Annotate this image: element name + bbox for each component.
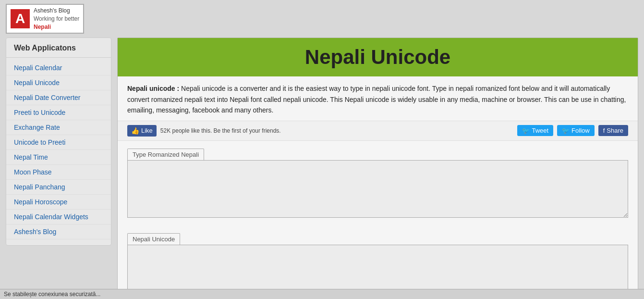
twitter-follow-button[interactable]: 🐦 Follow [557,125,595,136]
logo-letter-icon: A [11,9,30,28]
status-text: Se stabilește conexiunea securizată... [4,291,100,298]
sidebar-link-nepali-calendar-widgets[interactable]: Nepali Calendar Widgets [14,213,88,221]
output-label-box: Nepali Unicode [127,233,180,245]
logo-box[interactable]: A Ashesh's Blog Working for better Nepal… [6,4,84,34]
romanized-nepali-input[interactable] [127,160,628,218]
input-section: Type Romanized Nepali [118,141,638,225]
sidebar-item-nepali-date-converter[interactable]: Nepali Date Converter [6,90,111,105]
tweet-label: Tweet [532,127,548,134]
logo-subtitle: Working for better [34,15,79,23]
social-bar: 👍 Like 52K people like this. Be the firs… [118,121,638,141]
header: A Ashesh's Blog Working for better Nepal… [0,0,644,37]
page-title: Nepali Unicode [127,46,628,69]
sidebar-link-nepal-time[interactable]: Nepal Time [14,153,48,161]
content-area: Nepali Unicode Nepali unicode : Nepali u… [117,37,638,299]
facebook-icon: f [603,127,605,134]
sidebar-title: Web Applicatons [6,44,111,58]
input-label-box: Type Romanized Nepali [127,149,204,160]
page-description: Nepali unicode : Nepali unicode is a con… [118,76,638,121]
logo-title: Ashesh's Blog [34,7,79,15]
main-layout: Web Applicatons Nepali Calendar Nepali U… [0,37,644,299]
output-section: Nepali Unicode [118,225,638,299]
follow-label: Follow [571,127,590,134]
sidebar-link-nepali-date-converter[interactable]: Nepali Date Converter [14,94,81,101]
sidebar-link-nepali-calendar[interactable]: Nepali Calendar [14,64,62,72]
twitter-tweet-button[interactable]: 🐦 Tweet [517,125,553,136]
status-bar: Se stabilește conexiunea securizată... [0,289,644,299]
sidebar-link-nepali-horoscope[interactable]: Nepali Horoscope [14,198,67,206]
sidebar-item-preeti-to-unicode[interactable]: Preeti to Unicode [6,105,111,120]
sidebar-link-exchange-rate[interactable]: Exchange Rate [14,124,60,131]
description-bold: Nepali unicode : [127,85,179,92]
sidebar-link-nepali-panchang[interactable]: Nepali Panchang [14,183,65,191]
sidebar-item-moon-phase[interactable]: Moon Phase [6,165,111,180]
sidebar-item-nepali-unicode[interactable]: Nepali Unicode [6,75,111,90]
sidebar-item-nepali-panchang[interactable]: Nepali Panchang [6,180,111,195]
sidebar-link-nepali-unicode[interactable]: Nepali Unicode [14,79,60,87]
sidebar-item-nepali-horoscope[interactable]: Nepali Horoscope [6,195,111,210]
facebook-share-button[interactable]: f Share [598,125,628,136]
thumbs-up-icon: 👍 [131,127,139,135]
sidebar-item-exchange-rate[interactable]: Exchange Rate [6,120,111,135]
logo-text: Ashesh's Blog Working for better Nepali [34,7,79,31]
logo-nepali: Nepali [34,23,79,31]
sidebar: Web Applicatons Nepali Calendar Nepali U… [6,37,111,246]
output-label: Nepali Unicode [133,236,175,243]
sidebar-link-moon-phase[interactable]: Moon Phase [14,168,52,176]
sidebar-item-unicode-to-preeti[interactable]: Unicode to Preeti [6,135,111,150]
input-label: Type Romanized Nepali [133,151,199,158]
sidebar-link-unicode-to-preeti[interactable]: Unicode to Preeti [14,138,65,146]
like-label: Like [141,127,153,134]
share-label: Share [607,127,623,134]
facebook-like-button[interactable]: 👍 Like [127,125,157,137]
sidebar-item-nepali-calendar-widgets[interactable]: Nepali Calendar Widgets [6,210,111,224]
sidebar-item-nepali-calendar[interactable]: Nepali Calendar [6,61,111,75]
sidebar-link-asheshs-blog[interactable]: Ashesh's Blog [14,228,56,236]
sidebar-item-nepal-time[interactable]: Nepal Time [6,150,111,165]
twitter-icon: 🐦 [522,127,530,134]
sidebar-item-asheshs-blog[interactable]: Ashesh's Blog [6,224,111,239]
sidebar-link-preeti-to-unicode[interactable]: Preeti to Unicode [14,109,65,116]
description-text: Nepali unicode is a converter and it is … [127,85,626,114]
like-count-text: 52K people like this. Be the first of yo… [160,127,281,134]
twitter-follow-icon: 🐦 [562,127,570,134]
page-banner: Nepali Unicode [118,38,638,76]
